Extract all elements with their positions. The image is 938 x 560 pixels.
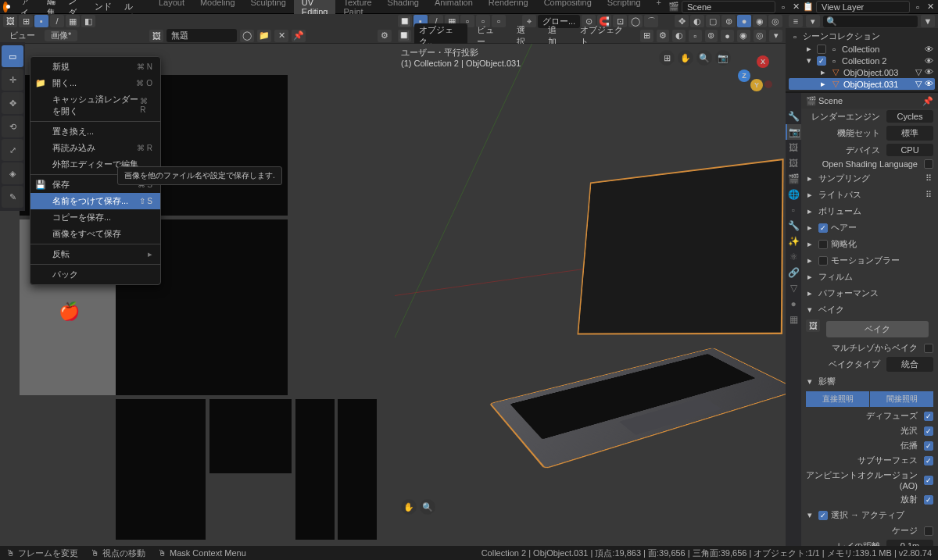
menu-save-as[interactable]: 名前をつけて保存...⇧ S (30, 193, 160, 209)
tab-texture-icon[interactable]: ▦ (786, 312, 801, 327)
editor-type-icon[interactable]: 🖼 (3, 15, 17, 27)
sync-selection-icon[interactable]: ⊞ (19, 15, 33, 27)
vp-grid-icon[interactable]: ⊞ (640, 30, 653, 42)
menu-pack[interactable]: パック (30, 266, 160, 283)
close-icon[interactable]: ✕ (925, 2, 935, 12)
tab-output-icon[interactable]: 🖼 (786, 140, 801, 155)
transform-tool-icon[interactable]: ◈ (2, 162, 23, 184)
select-tool-icon[interactable]: ▭ (2, 45, 23, 67)
section-influence[interactable]: ▾影響 (801, 373, 938, 390)
indirect-lighting-button[interactable]: 間接照明 (870, 391, 933, 407)
section-selected-active[interactable]: ▾選択 → アクティブ (801, 507, 938, 523)
browse-icon[interactable]: ▫ (913, 2, 922, 12)
emit-checkbox[interactable] (924, 495, 933, 505)
section-performance[interactable]: ▸パフォーマンス (801, 285, 938, 301)
open-image-icon[interactable]: 📁 (257, 30, 271, 42)
move-tool-icon[interactable]: ✥ (2, 92, 23, 114)
section-film[interactable]: ▸フィルム (801, 269, 938, 285)
tree-root[interactable]: ▫ シーンコレクション (789, 30, 935, 43)
browse-icon[interactable]: ▫ (779, 2, 788, 12)
outliner-search[interactable]: 🔍 (823, 16, 918, 27)
section-motionblur[interactable]: ▸モーションブラー (801, 252, 938, 269)
section-lightpaths[interactable]: ▸ライトパス⠿ (801, 187, 938, 203)
tab-material-icon[interactable]: ● (786, 296, 801, 312)
direct-lighting-button[interactable]: 直接照明 (806, 391, 869, 407)
outliner-display-icon[interactable]: ▾ (806, 15, 820, 27)
island-select-icon[interactable]: ◧ (81, 15, 95, 27)
osl-checkbox[interactable] (924, 159, 933, 169)
unlink-icon[interactable]: ✕ (274, 30, 288, 42)
section-hair[interactable]: ▸ヘアー (801, 219, 938, 236)
vp-rendered-icon[interactable]: ◎ (754, 30, 767, 42)
section-bake[interactable]: ▾ベイク (801, 301, 938, 318)
scene-field[interactable]: Scene (682, 1, 775, 13)
navigation-gizmo[interactable]: X Z Y (735, 55, 774, 95)
vp-zoom-icon[interactable]: 🔍 (696, 50, 712, 66)
section-simplify[interactable]: ▸簡略化 (801, 236, 938, 252)
edge-select-icon[interactable]: / (50, 15, 64, 27)
bake-button[interactable]: ベイク (826, 321, 929, 337)
vp-shading-dropdown-icon[interactable]: ⚙ (657, 30, 670, 42)
mode-select-icon[interactable]: 🔲 (398, 30, 411, 42)
uv-image-menu[interactable]: 画像* (45, 30, 77, 41)
vp-overlay-dropdown-icon[interactable]: ◐ (672, 30, 686, 42)
pin-icon[interactable]: 📌 (292, 30, 306, 42)
menu-save-copy[interactable]: コピーを保存... (30, 209, 160, 226)
vp-wire-icon[interactable]: ⊚ (705, 30, 718, 42)
viewlayer-field[interactable]: View Layer (816, 1, 910, 13)
tab-physics-icon[interactable]: ⚛ (786, 249, 801, 265)
eye-icon[interactable]: 👁 (925, 67, 933, 77)
vertex-select-icon[interactable]: ▪ (34, 15, 48, 27)
tab-modifier-icon[interactable]: 🔧 (786, 218, 801, 234)
cursor-tool-icon[interactable]: ✛ (2, 69, 23, 91)
uv-view-menu[interactable]: ビュー (3, 30, 41, 41)
menu-new-image[interactable]: 新規⌘ N (30, 59, 160, 75)
tree-item-selected[interactable]: ▸ ▽ ObjObject.031 ▽👁 (789, 78, 935, 90)
shading-rendered-icon[interactable]: ◎ (768, 15, 782, 27)
falloff-icon[interactable]: ⌒ (644, 15, 658, 27)
menu-reload[interactable]: 再読み込み⌘ R (30, 140, 160, 156)
editor-type-icon[interactable]: 🔲 (398, 15, 412, 27)
tree-item[interactable]: ▾ ▫ Collection 2 👁 (789, 55, 935, 66)
tab-tool-icon[interactable]: 🔧 (786, 109, 801, 124)
pin-icon[interactable]: 📌 (922, 96, 933, 106)
viewport-canvas[interactable]: ユーザー・平行投影 (1) Collection 2 | ObjObject.0… (395, 44, 786, 546)
gizmo-icon[interactable]: ✥ (675, 15, 689, 27)
close-icon[interactable]: ✕ (791, 2, 800, 12)
section-sampling[interactable]: ▸サンプリング⠿ (801, 170, 938, 187)
tree-item[interactable]: ▸ ▫ Collection 👁 (789, 43, 935, 55)
vp-dropdown-icon[interactable]: ▾ (769, 30, 782, 42)
diffuse-checkbox[interactable] (924, 412, 933, 421)
shading-matcap-icon[interactable]: ◉ (753, 15, 767, 27)
tab-scene-icon[interactable]: 🎬 (786, 171, 801, 187)
vp-camera-icon[interactable]: 📷 (715, 50, 731, 66)
rotate-tool-icon[interactable]: ⟲ (2, 116, 23, 137)
overlays-icon[interactable]: ◐ (690, 15, 704, 27)
outliner-tree[interactable]: ▫ シーンコレクション ▸ ▫ Collection 👁 ▾ ▫ Collect… (786, 28, 938, 91)
menu-invert[interactable]: 反転▸ (30, 246, 160, 262)
menu-save-all[interactable]: 画像をすべて保存 (30, 226, 160, 242)
vp-toggle-icon[interactable]: ▫ (689, 30, 702, 42)
vp-matcap-icon[interactable]: ◉ (737, 30, 750, 42)
section-volume[interactable]: ▸ボリューム (801, 203, 938, 219)
vp-solid-icon[interactable]: ● (721, 30, 734, 42)
vp-zoom-icon[interactable]: 🔍 (420, 499, 435, 515)
face-select-icon[interactable]: ▦ (66, 15, 80, 27)
tab-world-icon[interactable]: 🌐 (786, 187, 801, 202)
image-name-field[interactable]: 無題 (166, 29, 237, 42)
tab-object-icon[interactable]: ▫ (786, 202, 801, 218)
tree-item[interactable]: ▸ ▽ ObjObject.003 ▽👁 (789, 66, 935, 78)
tab-constraints-icon[interactable]: 🔗 (786, 265, 801, 280)
tab-particles-icon[interactable]: ✨ (786, 234, 801, 249)
menu-replace[interactable]: 置き換え... (30, 123, 160, 140)
outliner-search-input[interactable] (837, 16, 915, 26)
shading-solid-icon[interactable]: ● (737, 15, 751, 27)
eye-icon[interactable]: 👁 (925, 79, 933, 89)
annotate-tool-icon[interactable]: ✎ (2, 186, 23, 208)
subsurface-checkbox[interactable] (924, 456, 933, 465)
new-image-icon[interactable]: ◯ (240, 30, 254, 42)
ao-checkbox[interactable] (924, 476, 933, 485)
device-field[interactable]: CPU (886, 144, 933, 156)
menu-open-cached[interactable]: キャッシュ済レンダーを開く⌘ R (30, 91, 160, 119)
scale-tool-icon[interactable]: ⤢ (2, 139, 23, 161)
